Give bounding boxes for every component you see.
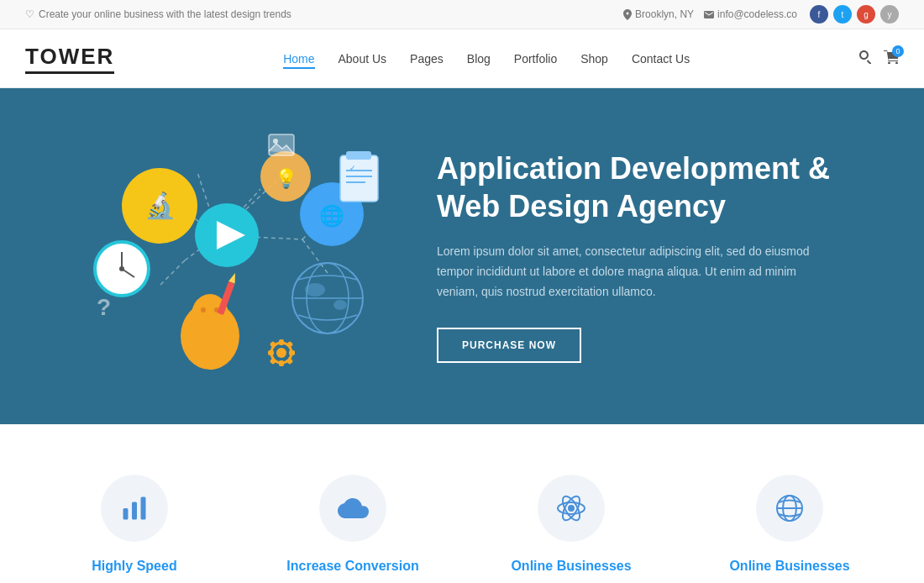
nav-item-contact[interactable]: Contact Us <box>632 51 690 66</box>
svg-line-6 <box>160 260 185 286</box>
cart-icon[interactable]: 0 <box>884 50 899 67</box>
svg-point-38 <box>333 300 347 310</box>
nav-item-pages[interactable]: Pages <box>410 51 444 66</box>
nav-item-blog[interactable]: Blog <box>467 51 491 66</box>
purchase-button[interactable]: PURCHASE NOW <box>437 328 581 363</box>
svg-marker-33 <box>228 272 239 284</box>
youtube-icon[interactable]: y <box>880 5 899 24</box>
feature-title-1: Highly Speed <box>50 559 218 574</box>
heart-icon: ♡ <box>25 8 34 20</box>
nav-item-shop[interactable]: Shop <box>580 51 608 66</box>
svg-text:✓: ✓ <box>349 164 356 172</box>
hero-illustration: 🔬 💡 🌐 ✓ ? <box>50 122 403 391</box>
feature-online-businesses-1: Online Businesses Glavrida lacus et vulp… <box>462 475 680 583</box>
svg-text:?: ? <box>97 294 111 320</box>
navbar: TOWER Home About Us Pages Blog Portfolio… <box>0 29 924 88</box>
nav-item-home[interactable]: Home <box>283 51 314 66</box>
svg-rect-51 <box>123 508 129 520</box>
online-businesses-1-icon-wrap <box>538 475 605 542</box>
feature-increase-conversion: Increase Conversion Glavrida lacus et vu… <box>244 475 462 583</box>
contact-info: Brooklyn, NY info@codeless.co <box>623 8 797 20</box>
svg-rect-42 <box>279 360 284 366</box>
highly-speed-icon-wrap <box>101 475 168 542</box>
facebook-icon[interactable]: f <box>810 5 828 24</box>
top-bar: ♡ Create your online business with the l… <box>0 0 924 29</box>
hero-description: Lorem ipsum dolor sit amet, consectetur … <box>437 242 823 302</box>
svg-point-50 <box>273 139 278 144</box>
nav-links: Home About Us Pages Blog Portfolio Shop … <box>283 51 690 66</box>
online-businesses-2-icon-wrap <box>756 475 823 542</box>
social-links: f t g y <box>810 5 899 24</box>
svg-rect-43 <box>268 350 274 355</box>
feature-title-4: Online Businesses <box>706 559 874 574</box>
top-bar-right: Brooklyn, NY info@codeless.co f t g y <box>623 5 899 24</box>
globe-icon <box>774 493 805 523</box>
hero-content: Application Development &Web Design Agen… <box>403 150 874 362</box>
svg-point-40 <box>276 348 286 358</box>
top-bar-left: ♡ Create your online business with the l… <box>25 8 291 20</box>
feature-highly-speed: Highly Speed Glavrida lacus et vulputate… <box>25 475 244 583</box>
svg-rect-47 <box>270 358 276 365</box>
svg-rect-48 <box>286 358 293 365</box>
svg-text:🔬: 🔬 <box>144 191 176 221</box>
cloud-icon <box>337 496 369 520</box>
nav-icons: 0 <box>858 50 899 67</box>
svg-point-54 <box>569 506 574 511</box>
features-section: Highly Speed Glavrida lacus et vulputate… <box>0 424 924 583</box>
tagline: Create your online business with the lat… <box>39 8 291 20</box>
svg-rect-41 <box>279 339 284 345</box>
cart-badge: 0 <box>892 45 904 57</box>
atom-icon <box>556 493 586 523</box>
svg-point-30 <box>201 307 206 313</box>
nav-item-portfolio[interactable]: Portfolio <box>514 51 557 66</box>
hero-title: Application Development &Web Design Agen… <box>437 150 874 225</box>
svg-text:🌐: 🌐 <box>319 203 344 228</box>
nav-item-about[interactable]: About Us <box>339 51 387 66</box>
svg-rect-46 <box>286 341 293 348</box>
svg-point-37 <box>305 283 325 297</box>
hero-section: 🔬 💡 🌐 ✓ ? <box>0 88 924 424</box>
search-icon[interactable] <box>858 50 872 67</box>
twitter-icon[interactable]: t <box>833 5 852 24</box>
svg-point-26 <box>119 266 124 271</box>
svg-text:💡: 💡 <box>275 167 298 190</box>
svg-rect-52 <box>132 502 137 520</box>
svg-rect-44 <box>289 350 295 355</box>
location: Brooklyn, NY <box>623 8 694 20</box>
svg-rect-17 <box>340 155 378 202</box>
svg-rect-45 <box>270 341 276 348</box>
increase-conversion-icon-wrap <box>319 475 386 542</box>
svg-rect-18 <box>346 151 371 160</box>
feature-title-2: Increase Conversion <box>269 559 437 574</box>
bar-chart-icon <box>119 493 150 523</box>
svg-rect-53 <box>141 497 146 520</box>
logo[interactable]: TOWER <box>25 44 114 74</box>
google-plus-icon[interactable]: g <box>857 5 875 24</box>
feature-title-3: Online Businesses <box>487 559 655 574</box>
feature-online-businesses-2: Online Businesses Glavrida lacus et vulp… <box>680 475 899 583</box>
email: info@codeless.co <box>704 8 797 20</box>
